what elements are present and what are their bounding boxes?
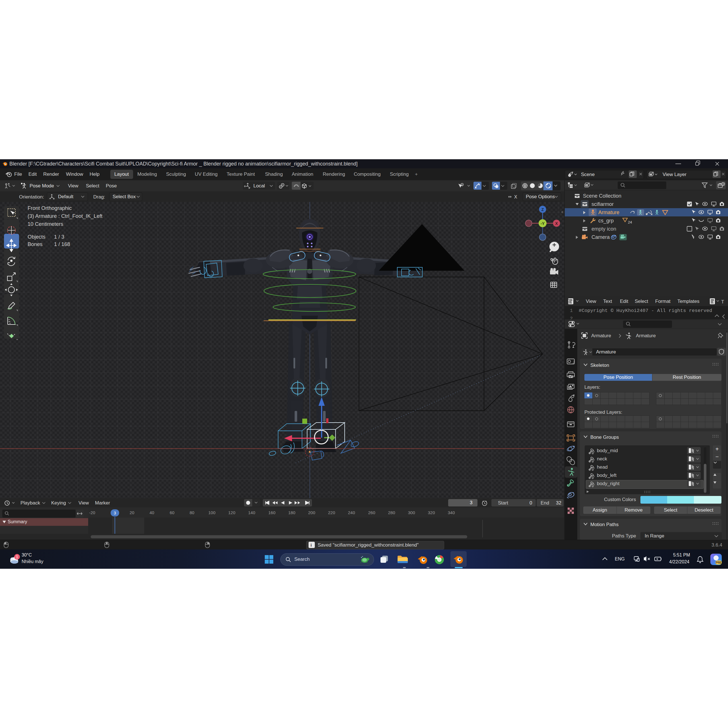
svg-text:‹: ‹	[561, 209, 563, 214]
svg-text:T: T	[721, 299, 724, 304]
svg-text:-Y: -Y	[541, 221, 545, 226]
svg-text:24: 24	[628, 220, 632, 224]
svg-text:PRE: PRE	[716, 561, 722, 564]
svg-text:Z: Z	[541, 207, 544, 212]
svg-text:1: 1	[16, 555, 18, 559]
svg-text:X: X	[555, 221, 558, 226]
svg-text:X: X	[514, 194, 517, 199]
